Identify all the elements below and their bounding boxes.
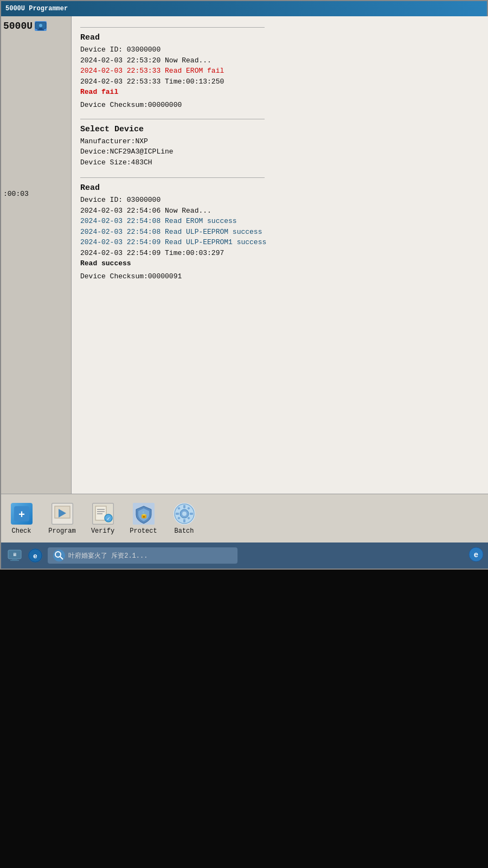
program-label: Program <box>48 527 75 535</box>
divider-1 <box>80 119 265 119</box>
title-bar: 5000U Programmer <box>1 1 487 16</box>
verify-tool[interactable]: ✓ Verify <box>88 502 118 535</box>
log-now-read-1: 2024-02-03 22:53:20 Now Read... <box>80 55 480 66</box>
svg-rect-33 <box>10 560 19 561</box>
check-tool[interactable]: + Check <box>7 502 36 535</box>
svg-rect-26 <box>190 513 193 515</box>
program-icon <box>52 503 73 525</box>
left-panel: 5000U :00:03 <box>1 16 72 548</box>
taskbar-search-icon <box>53 550 65 561</box>
protect-tool[interactable]: 🔒 Protect <box>129 502 158 535</box>
svg-text:+: + <box>18 509 24 521</box>
verify-label: Verify <box>91 527 114 535</box>
log-erom-success: 2024-02-03 22:54:08 Read EROM success <box>80 216 480 227</box>
log-time-2: 2024-02-03 22:54:09 Time:00:03:297 <box>80 248 480 259</box>
svg-rect-14 <box>97 511 105 512</box>
read-success-section: Read Device ID: 03000000 2024-02-03 22:5… <box>80 183 480 280</box>
main-content[interactable]: Read Device ID: 03000000 2024-02-03 22:5… <box>72 16 488 505</box>
log-device-id-1: Device ID: 03000000 <box>80 44 480 55</box>
check-icon-wrapper: + <box>10 502 33 525</box>
batch-icon <box>174 503 195 525</box>
taskbar-browser-text: 叶府婚宴火了 斥资2.1... <box>68 551 147 560</box>
device-icon <box>35 21 47 31</box>
log-time-1: 2024-02-03 22:53:33 Time:00:13:250 <box>80 76 480 87</box>
read-fail-section: Read Device ID: 03000000 2024-02-03 22:5… <box>80 33 480 109</box>
protect-icon: 🔒 <box>133 503 155 525</box>
app-window: 5000U Programmer 5000U :00:03 Read Devic… <box>0 0 488 570</box>
log-ulp-eeprom-success: 2024-02-03 22:54:08 Read ULP-EEPROM succ… <box>80 227 480 238</box>
toolbar: + Check Program <box>1 494 488 542</box>
protect-icon-wrapper: 🔒 <box>132 502 155 525</box>
select-device-title: Select Device <box>80 125 480 134</box>
read-success-title: Read <box>80 183 480 193</box>
taskbar: 🖥 e 叶府婚宴火了 斥资2.1... e <box>1 542 488 569</box>
device-line: Device:NCF29A3@ICPLine <box>80 146 480 157</box>
log-read-success: Read success <box>80 258 480 269</box>
manufacturer-line: Manufacturer:NXP <box>80 136 480 147</box>
checksum-1: Device Checksum:00000000 <box>80 101 480 109</box>
svg-text:e: e <box>33 552 37 560</box>
dark-background <box>0 570 488 868</box>
taskbar-browser-bar[interactable]: 叶府婚宴火了 斥资2.1... <box>48 547 237 564</box>
checksum-2: Device Checksum:00000091 <box>80 272 480 280</box>
program-icon-wrapper <box>51 502 74 525</box>
taskbar-ie-blue-icon[interactable]: e <box>468 547 484 562</box>
svg-text:✓: ✓ <box>106 516 110 522</box>
time-label: :00:03 <box>3 190 29 198</box>
batch-icon-wrapper <box>173 502 196 525</box>
svg-rect-24 <box>183 519 185 522</box>
svg-text:🔒: 🔒 <box>139 510 147 519</box>
svg-rect-25 <box>176 513 179 515</box>
svg-text:🖥: 🖥 <box>12 552 17 557</box>
svg-point-22 <box>182 512 187 516</box>
protect-label: Protect <box>130 527 157 535</box>
svg-rect-32 <box>12 559 17 560</box>
svg-text:e: e <box>474 551 478 559</box>
device-label: 5000U <box>3 21 47 31</box>
verify-icon: ✓ <box>92 503 114 525</box>
taskbar-monitor-icon[interactable]: 🖥 <box>7 547 23 564</box>
svg-rect-2 <box>37 29 44 30</box>
svg-line-38 <box>60 557 63 559</box>
svg-rect-23 <box>183 505 185 508</box>
log-ulp-eeprom1-success: 2024-02-03 22:54:09 Read ULP-EEPROM1 suc… <box>80 237 480 248</box>
log-device-id-2: Device ID: 03000000 <box>80 195 480 206</box>
title-bar-text: 5000U Programmer <box>5 5 68 12</box>
log-erom-fail: 2024-02-03 22:53:33 Read EROM fail <box>80 66 480 76</box>
check-icon: + <box>11 503 33 525</box>
program-tool[interactable]: Program <box>47 502 77 535</box>
verify-icon-wrapper: ✓ <box>92 502 114 525</box>
taskbar-ie-icon[interactable]: e <box>28 548 42 563</box>
log-read-fail: Read fail <box>80 87 480 98</box>
device-size-line: Device Size:483CH <box>80 157 480 168</box>
batch-tool[interactable]: Batch <box>169 502 199 535</box>
svg-rect-13 <box>97 509 105 510</box>
log-now-read-2: 2024-02-03 22:54:06 Now Read... <box>80 206 480 216</box>
svg-point-37 <box>55 552 61 557</box>
svg-point-3 <box>39 24 42 27</box>
top-divider <box>80 27 265 28</box>
device-label-text: 5000U <box>3 21 33 31</box>
svg-rect-15 <box>97 513 102 514</box>
check-label: Check <box>11 527 31 535</box>
batch-label: Batch <box>174 527 194 535</box>
divider-2 <box>80 177 265 178</box>
select-device-section: Select Device Manufacturer:NXP Device:NC… <box>80 125 480 168</box>
read-fail-title: Read <box>80 33 480 42</box>
